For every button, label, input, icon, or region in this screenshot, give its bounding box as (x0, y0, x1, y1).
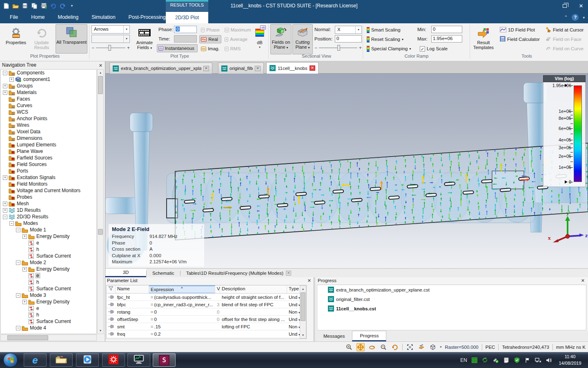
plot-subtype-combo[interactable]: ▾ (91, 35, 130, 43)
help-caret-icon[interactable]: ▾ (583, 16, 585, 20)
close-icon[interactable]: ✕ (581, 278, 585, 283)
close-icon[interactable]: ✕ (310, 65, 315, 71)
tree-expander-icon[interactable]: − (16, 228, 20, 232)
taskbar-media-player[interactable] (76, 353, 99, 367)
tree-item-voxel-data[interactable]: Voxel Data (1, 128, 96, 135)
all-transparent-button[interactable]: All Transparent (56, 24, 87, 54)
tree-expander-icon[interactable]: + (22, 300, 27, 304)
close-icon[interactable]: ✕ (307, 278, 311, 283)
filter-icon[interactable] (107, 285, 116, 293)
db-button[interactable]: dB dB ▾ (252, 25, 267, 55)
animate-fields-button[interactable]: Animate Fields ▾ (133, 25, 156, 54)
progress-file-11cell-knobs-cst[interactable]: 11cell__knobs.cst (317, 304, 586, 313)
notes-tray-icon[interactable] (503, 357, 510, 364)
pin-icon[interactable] (107, 317, 116, 322)
tree-item-h[interactable]: h (1, 246, 96, 253)
tree-expander-icon[interactable]: − (16, 326, 20, 330)
tree-item-components[interactable]: −Components (1, 70, 96, 76)
usb-tray-icon[interactable] (492, 357, 499, 364)
tree-item-probes[interactable]: Probes (1, 194, 96, 200)
tree-item-mesh[interactable]: +Mesh (1, 200, 96, 207)
taskbar-cst-studio[interactable]: S (153, 353, 176, 367)
tab-2d3d-plot[interactable]: 2D/3D Plot (166, 12, 208, 23)
close-icon[interactable]: ✕ (203, 66, 209, 71)
arrow-density-slider[interactable]: − + (91, 45, 130, 51)
taskbar-mathematica[interactable] (102, 353, 125, 367)
column-header-expression[interactable]: Expression▲ (149, 285, 215, 293)
chevron-down-icon[interactable]: ▾ (355, 26, 361, 34)
cutplane-icon[interactable] (417, 343, 425, 351)
tree-item-1d-results[interactable]: +1D Results (1, 207, 96, 213)
log-scale-checkbox[interactable]: ✓Log Scale (418, 45, 449, 53)
tree-item-surface-current[interactable]: Surface Current (1, 318, 96, 325)
tree-item-lumped-elements[interactable]: Lumped Elements (1, 141, 96, 148)
tree-item-mode-1[interactable]: −Mode 1 (1, 227, 96, 233)
close-icon[interactable]: ✕ (286, 271, 291, 276)
parameter-row-bfpc[interactable]: bfpc =(cp_inner_rad3-cp_inner_r... 3 ble… (107, 301, 306, 308)
3d-viewport[interactable]: V/m (log) 1.95e+06 1e+06 8e+05 6e+05 4e+… (105, 74, 588, 268)
parameter-row-smt[interactable]: smt =.15 lofting of FPC Non▾ (107, 323, 306, 330)
menu-tab-modeling[interactable]: Modeling (51, 11, 85, 23)
smart-scaling-button[interactable]: Smart Scaling (365, 26, 402, 34)
network-tray-icon[interactable] (535, 357, 541, 364)
tab-messages[interactable]: Messages (316, 331, 352, 341)
tree-item-anchor-points[interactable]: Anchor Points (1, 115, 96, 122)
progress-file-extra-branch-optimization-upper-xplane-cst[interactable]: extra_branch_optimization_upper_xplane.c… (317, 285, 586, 294)
tree-item-e[interactable]: e (1, 240, 96, 246)
start-button[interactable] (3, 353, 18, 367)
parameter-row-partial[interactable] (107, 338, 306, 339)
tree-item-energy-density[interactable]: +Energy Density (1, 266, 96, 272)
cutting-plane-button[interactable]: CuttingPlane ▾ (292, 24, 313, 54)
volume-tray-icon[interactable] (545, 357, 552, 364)
close-icon[interactable]: ✕ (255, 66, 261, 71)
taskbar-internet-explorer[interactable]: e (24, 353, 47, 367)
bounding-box-icon[interactable] (429, 343, 437, 351)
tree-item-curves[interactable]: Curves (1, 102, 96, 109)
field-at-cursor-button[interactable]: Field at Cursor (544, 26, 585, 34)
parameter-row-offsetstep[interactable]: offsetStep =0 0 offset for the first ste… (107, 316, 306, 323)
language-indicator[interactable]: EN (460, 357, 467, 363)
position-input[interactable]: 0 (335, 35, 362, 43)
tree-item-voltage-and-current-monitors[interactable]: Voltage and Current Monitors (1, 187, 96, 194)
chevron-down-icon[interactable]: ▾ (123, 35, 129, 43)
pin-icon[interactable] (107, 295, 116, 300)
tab-progress[interactable]: Progress (352, 331, 386, 341)
zoom-range-icon[interactable] (379, 343, 388, 351)
tree-item-mode-2[interactable]: −Mode 2 (1, 259, 96, 266)
tree-item-e[interactable]: e (1, 305, 96, 312)
tree-expander-icon[interactable]: − (3, 215, 7, 219)
column-header-value[interactable]: V (215, 285, 220, 293)
rotate-view-icon[interactable] (391, 343, 399, 351)
tree-item-field-monitors[interactable]: Field Monitors (1, 181, 96, 187)
tree-item-faces[interactable]: Faces (1, 96, 96, 102)
pin-icon[interactable] (107, 324, 116, 329)
tree-expander-icon[interactable]: − (3, 71, 7, 75)
tree-expander-icon[interactable]: − (16, 260, 20, 265)
tree-item-materials[interactable]: +Materials (1, 89, 96, 96)
position-slider[interactable]: − + (314, 45, 362, 51)
tree-item-h[interactable]: h (1, 312, 96, 318)
zoom-in-icon[interactable] (345, 343, 353, 351)
tree-item-dimensions[interactable]: Dimensions (1, 135, 96, 141)
update-results-button[interactable]: Update Results (29, 25, 54, 53)
security-shield-tray-icon[interactable] (513, 357, 520, 364)
fields-on-plane-button[interactable]: Fields onPlane ▾ (270, 24, 292, 54)
min-input[interactable]: 0 (431, 26, 462, 33)
column-header-description[interactable]: Description (220, 285, 287, 293)
phase-mode-button[interactable]: PPhase (199, 26, 221, 34)
pin-icon[interactable] (107, 310, 116, 314)
pin-icon[interactable] (107, 332, 116, 337)
tree-item-ports[interactable]: Ports (1, 168, 96, 174)
chevron-down-icon[interactable]: ▾ (123, 26, 129, 33)
taskbar-clock[interactable]: 11:40 14/08/2019 (555, 353, 586, 366)
menu-tab-file[interactable]: File (3, 11, 24, 23)
view-tab-schematic[interactable]: Schematic (147, 269, 180, 277)
tree-item-h[interactable]: h (1, 279, 96, 285)
rotate-icon[interactable] (368, 343, 376, 351)
menu-tab-simulation[interactable]: Simulation (85, 11, 122, 23)
column-header-name[interactable]: Name (116, 285, 149, 293)
field-on-curve-button[interactable]: Field on Curve (544, 45, 585, 53)
menu-tab-home[interactable]: Home (24, 11, 51, 23)
field-calculator-button[interactable]: Field Calculator (498, 35, 541, 43)
tree-item-2d-3d-results[interactable]: −2D/3D Results (1, 213, 96, 220)
